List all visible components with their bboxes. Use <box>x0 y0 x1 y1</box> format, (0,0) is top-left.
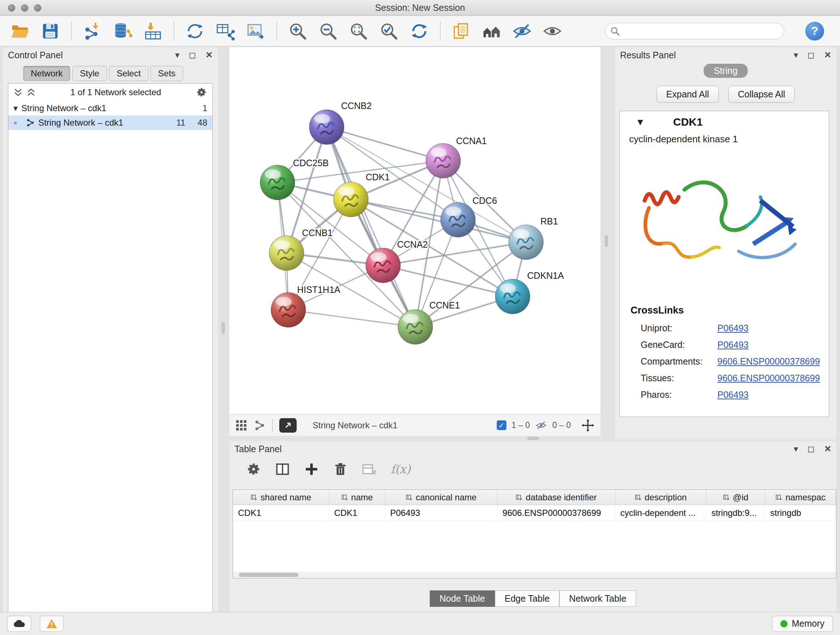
hidden-eye-slash-icon[interactable] <box>535 420 547 431</box>
table-cell[interactable]: stringdb <box>765 505 836 521</box>
network-node-CDKN1A[interactable] <box>495 279 530 314</box>
scrollbar-thumb[interactable] <box>239 573 298 577</box>
tab-edge-table[interactable]: Edge Table <box>495 591 560 607</box>
create-network-from-table-icon[interactable] <box>216 21 235 41</box>
collapse-all-icon[interactable] <box>13 88 23 97</box>
network-node-CCNE1[interactable] <box>398 310 433 344</box>
network-edge-HIST1H1A-CCNE1[interactable] <box>288 310 415 327</box>
search-input[interactable] <box>623 26 779 36</box>
right-splitter-handle[interactable] <box>605 235 608 247</box>
import-network-from-database-icon[interactable] <box>113 21 133 41</box>
collapse-panel-icon[interactable]: ▾ <box>794 445 798 453</box>
network-node-CDC6[interactable] <box>441 203 475 237</box>
birdseye-network-icon[interactable] <box>254 420 265 431</box>
table-cell[interactable]: P06493 <box>385 505 498 521</box>
hide-selected-eye-slash-icon[interactable] <box>512 21 532 41</box>
tab-style[interactable]: Style <box>73 66 107 81</box>
collapse-panel-icon[interactable]: ▾ <box>175 51 180 59</box>
crosslink-link[interactable]: 9606.ENSP00000378699 <box>717 373 820 383</box>
close-panel-icon[interactable]: ✕ <box>205 51 213 59</box>
collapse-panel-icon[interactable]: ▾ <box>794 51 798 59</box>
delete-column-trash-icon[interactable] <box>333 462 348 477</box>
network-row-selected[interactable]: ● String Network – cdk1 11 48 <box>8 116 212 130</box>
table-cell[interactable]: cyclin-dependent ... <box>615 505 706 521</box>
network-node-HIST1H1A[interactable] <box>271 293 306 327</box>
column-header[interactable]: namespac <box>765 490 836 505</box>
crosslink-link[interactable]: 9606.ENSP00000378699 <box>717 356 820 367</box>
pan-crosshair-icon[interactable] <box>581 418 595 432</box>
grid-view-icon[interactable] <box>235 419 248 432</box>
clone-network-icon[interactable] <box>185 21 205 41</box>
bottom-splitter-handle[interactable] <box>527 437 539 440</box>
expand-all-icon[interactable] <box>27 88 36 97</box>
gear-icon[interactable] <box>196 87 207 98</box>
zoom-selected-icon[interactable] <box>379 21 399 41</box>
cloud-button[interactable] <box>7 616 31 632</box>
network-node-CCNB1[interactable] <box>269 236 304 271</box>
refresh-view-icon[interactable] <box>409 21 429 41</box>
table-cell[interactable]: CDK1 <box>329 505 385 521</box>
crosslink-link[interactable]: P06493 <box>717 323 748 333</box>
collapse-all-button[interactable]: Collapse All <box>728 86 795 103</box>
string-tab-badge[interactable]: String <box>704 64 747 78</box>
expand-all-button[interactable]: Expand All <box>657 86 719 103</box>
network-node-CCNA1[interactable] <box>426 143 461 178</box>
export-image-icon[interactable] <box>246 21 265 41</box>
function-builder-icon[interactable]: f(x) <box>391 462 411 476</box>
network-edge-CCNB2-CCNA1[interactable] <box>327 127 443 161</box>
network-node-RB1[interactable] <box>508 225 543 260</box>
disclosure-triangle-icon[interactable]: ▾ <box>13 103 18 113</box>
minimize-window-button[interactable] <box>21 4 28 11</box>
network-edge-CCNB2-CCNE1[interactable] <box>327 127 415 327</box>
protein-header-row[interactable]: ▼ CDK1 <box>620 111 829 133</box>
import-table-from-file-icon[interactable] <box>143 21 163 41</box>
network-collection-row[interactable]: ▾ String Network – cdk1 1 <box>8 101 212 116</box>
show-all-eye-icon[interactable] <box>543 21 562 41</box>
tab-node-table[interactable]: Node Table <box>430 591 495 607</box>
tab-network-table[interactable]: Network Table <box>559 591 636 607</box>
close-panel-icon[interactable]: ✕ <box>824 51 831 59</box>
copy-icon[interactable] <box>452 21 471 41</box>
close-panel-icon[interactable]: ✕ <box>824 445 831 453</box>
column-header[interactable]: shared name <box>233 490 329 505</box>
disclosure-triangle-icon[interactable]: ▼ <box>636 117 645 128</box>
network-node-CCNA2[interactable] <box>366 248 401 283</box>
tab-select[interactable]: Select <box>109 66 148 81</box>
column-header[interactable]: @id <box>706 490 765 505</box>
float-panel-icon[interactable]: ◻ <box>189 51 196 59</box>
close-window-button[interactable] <box>8 4 15 11</box>
column-header[interactable]: database identifier <box>497 490 615 505</box>
crosslink-link[interactable]: P06493 <box>717 340 748 350</box>
zoom-fit-icon[interactable] <box>349 21 368 41</box>
zoom-out-icon[interactable] <box>318 21 338 41</box>
help-button[interactable]: ? <box>805 22 824 41</box>
left-splitter-handle[interactable] <box>222 322 225 334</box>
add-column-icon[interactable] <box>304 462 319 477</box>
network-node-CCNB2[interactable] <box>309 110 344 144</box>
selected-nodes-checkbox-icon[interactable]: ✓ <box>497 420 507 430</box>
network-node-CDK1[interactable] <box>333 182 368 217</box>
table-cell[interactable]: 9606.ENSP00000378699 <box>497 505 615 521</box>
float-panel-icon[interactable]: ◻ <box>807 445 815 453</box>
network-node-CDC25B[interactable] <box>260 165 295 200</box>
save-session-icon[interactable] <box>41 21 60 41</box>
table-horizontal-scrollbar[interactable] <box>233 572 836 578</box>
tab-sets[interactable]: Sets <box>150 66 183 81</box>
warning-button[interactable] <box>40 616 64 632</box>
network-canvas[interactable]: CCNB2CCNA1CDC25BCDK1CDC6RB1CCNB1CCNA2CDK… <box>229 47 600 414</box>
maximize-window-button[interactable] <box>34 4 41 11</box>
column-header[interactable]: description <box>615 490 706 505</box>
column-header[interactable]: name <box>329 490 385 505</box>
table-cell[interactable]: stringdb:9... <box>706 505 765 521</box>
column-header[interactable]: canonical name <box>385 490 498 505</box>
zoom-in-icon[interactable] <box>288 21 308 41</box>
houses-icon[interactable] <box>482 21 501 41</box>
table-row[interactable]: CDK1CDK1P064939606.ENSP00000378699cyclin… <box>233 505 836 521</box>
memory-button[interactable]: Memory <box>772 616 833 632</box>
table-cell[interactable]: CDK1 <box>233 505 329 521</box>
import-network-from-file-icon[interactable] <box>82 21 102 41</box>
open-in-new-window-button[interactable] <box>279 418 297 432</box>
crosslink-link[interactable]: P06493 <box>717 390 748 400</box>
show-columns-icon[interactable] <box>275 462 290 477</box>
float-panel-icon[interactable]: ◻ <box>807 51 815 59</box>
